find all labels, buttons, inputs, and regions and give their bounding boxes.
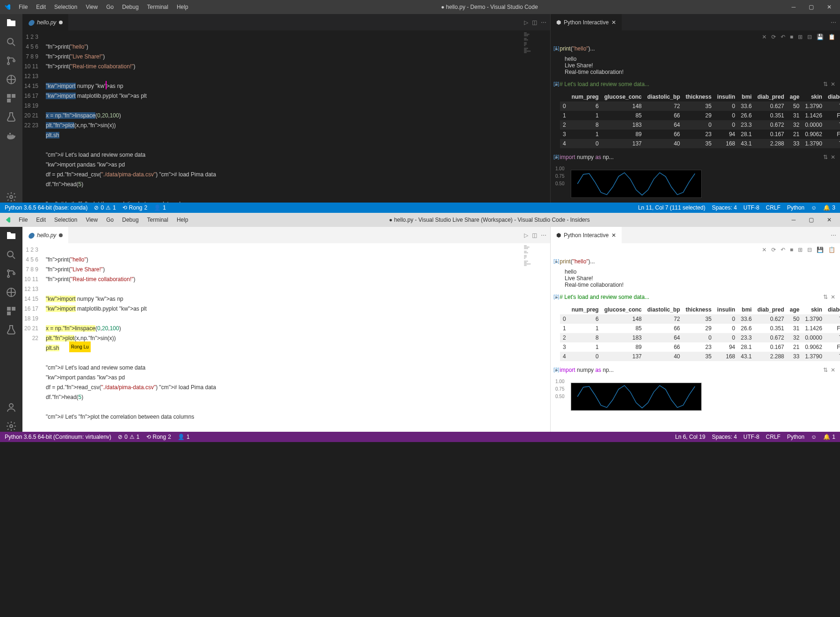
cancel-icon[interactable]: ✕ [762,247,767,253]
menu-debug[interactable]: Debug [118,2,142,12]
docker-icon[interactable] [6,130,17,141]
more-icon[interactable]: ⋯ [541,19,546,26]
explorer-icon[interactable] [6,18,17,29]
menu-edit[interactable]: Edit [32,215,50,225]
menu-edit[interactable]: Edit [32,2,50,12]
menu-terminal[interactable]: Terminal [144,2,172,12]
code-content[interactable]: "fn">print("hello") "fn">print("Live Sha… [46,30,522,203]
split-editor-icon[interactable]: ◫ [532,19,537,26]
test-icon[interactable] [6,324,17,335]
minimap[interactable]: ████████████████████████████████████████… [522,30,550,203]
more-icon[interactable]: ⋯ [831,19,836,26]
status-participants[interactable]: 👤 1 [178,434,190,440]
collapse-icon[interactable]: ⊟ [807,34,812,40]
undo-icon[interactable]: ↶ [781,247,785,253]
code-content[interactable]: "fn">print("hello") "fn">print("Live Sha… [46,243,522,432]
interactive-body[interactable]: [1]▸ print("hello")...hello Live Share! … [551,44,840,203]
status-python[interactable]: Python 3.6.5 64-bit (base: conda) [5,204,87,211]
extensions-icon[interactable] [6,305,17,317]
status-problems[interactable]: ⊘ 0 ⚠ 1 [118,434,139,440]
status-feedback-icon[interactable]: ☺ [811,434,817,440]
svg-point-16 [13,273,15,275]
minimap[interactable]: ████████████████████████████████████████… [522,243,550,432]
menu-go[interactable]: Go [102,215,117,225]
menu-selection[interactable]: Selection [50,215,81,225]
settings-icon[interactable] [6,421,17,432]
status-cursor[interactable]: Ln 11, Col 7 (111 selected) [638,204,705,211]
settings-icon[interactable] [6,191,17,203]
search-icon[interactable] [6,36,17,48]
liveshare-icon[interactable] [6,287,17,298]
search-icon[interactable] [6,249,17,261]
interrupt-icon[interactable]: ■ [790,247,793,253]
run-cell-icon[interactable]: ▷ [524,232,528,239]
expand-icon[interactable]: ⊞ [798,34,803,40]
maximize-button[interactable]: ▢ [804,2,818,12]
code-editor[interactable]: 1 2 3 4 5 6 7 8 9 10 11 12 13 14 15 16 1… [22,30,550,203]
menu-file[interactable]: File [15,2,31,12]
status-participants[interactable]: 👤 1 [154,204,166,211]
menu-view[interactable]: View [82,215,101,225]
interrupt-icon[interactable]: ■ [790,34,793,40]
restart-icon[interactable]: ⟳ [771,247,776,253]
status-bell-icon[interactable]: 🔔 1 [823,434,835,440]
minimize-button[interactable]: ─ [787,2,800,12]
tab-hello-py[interactable]: ⬤ hello.py [22,14,68,30]
menu-selection[interactable]: Selection [50,2,81,12]
status-feedback-icon[interactable]: ☺ [811,204,817,211]
tab-python-interactive[interactable]: ⬢ Python Interactive ✕ [551,14,622,30]
menu-terminal[interactable]: Terminal [144,215,172,225]
test-icon[interactable] [6,111,17,123]
undo-icon[interactable]: ↶ [781,34,785,40]
cancel-icon[interactable]: ✕ [762,34,767,40]
run-cell-icon[interactable]: ▷ [524,19,528,26]
close-tab-icon[interactable]: ✕ [611,19,616,26]
split-editor-icon[interactable]: ◫ [532,232,537,239]
status-eol[interactable]: CRLF [766,204,780,211]
menu-go[interactable]: Go [102,2,117,12]
source-control-icon[interactable] [6,268,17,279]
interactive-body[interactable]: [1]▸ print("hello")...hello Live Share! … [551,256,840,432]
menu-debug[interactable]: Debug [118,215,142,225]
close-button[interactable]: ✕ [822,215,836,225]
menu-help[interactable]: Help [173,2,192,12]
collapse-icon[interactable]: ⊟ [807,247,812,253]
export-icon[interactable]: 📋 [828,247,835,253]
status-bell-icon[interactable]: 🔔 3 [823,204,835,211]
status-liveshare[interactable]: ⟲ Rong 2 [146,434,171,440]
status-encoding[interactable]: UTF-8 [743,434,759,440]
extensions-icon[interactable] [6,93,17,104]
accounts-icon[interactable] [6,402,17,413]
status-python[interactable]: Python 3.6.5 64-bit (Continuum: virtuale… [5,434,111,440]
save-icon[interactable]: 💾 [817,34,824,40]
vscode-insiders-icon [4,216,11,224]
status-cursor[interactable]: Ln 6, Col 19 [675,434,705,440]
maximize-button[interactable]: ▢ [804,215,818,225]
tab-hello-py[interactable]: ⬤ hello.py [22,227,68,243]
more-icon[interactable]: ⋯ [831,232,836,239]
status-encoding[interactable]: UTF-8 [743,204,759,211]
status-lang[interactable]: Python [787,434,804,440]
status-spaces[interactable]: Spaces: 4 [712,204,737,211]
status-spaces[interactable]: Spaces: 4 [712,434,737,440]
menu-view[interactable]: View [82,2,101,12]
code-editor[interactable]: 1 2 3 4 5 6 7 8 9 10 11 12 13 14 15 16 1… [22,243,550,432]
more-icon[interactable]: ⋯ [541,232,546,239]
status-eol[interactable]: CRLF [766,434,780,440]
close-tab-icon[interactable]: ✕ [611,232,616,239]
tab-python-interactive[interactable]: ⬢ Python Interactive ✕ [551,227,622,243]
status-problems[interactable]: ⊘ 0 ⚠ 1 [94,204,115,211]
menu-help[interactable]: Help [173,215,192,225]
restart-icon[interactable]: ⟳ [771,34,776,40]
status-liveshare[interactable]: ⟲ Rong 2 [122,204,147,211]
menu-file[interactable]: File [15,215,31,225]
expand-icon[interactable]: ⊞ [798,247,803,253]
liveshare-icon[interactable] [6,74,17,85]
close-button[interactable]: ✕ [822,2,836,12]
export-icon[interactable]: 📋 [828,34,835,40]
source-control-icon[interactable] [6,55,17,66]
explorer-icon[interactable] [6,231,17,242]
minimize-button[interactable]: ─ [787,215,800,225]
save-icon[interactable]: 💾 [817,247,824,253]
status-lang[interactable]: Python [787,204,804,211]
